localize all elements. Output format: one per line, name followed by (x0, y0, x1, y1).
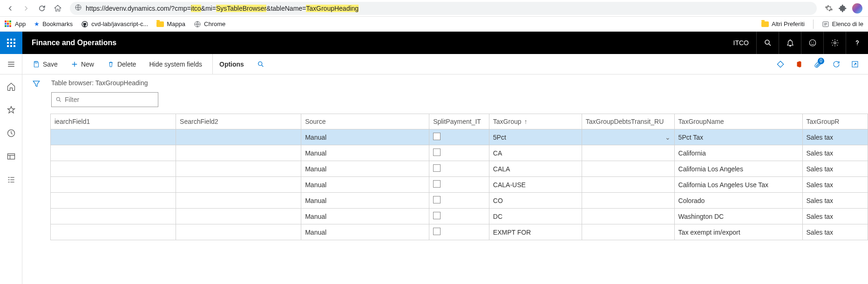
cell[interactable]: Manual (301, 177, 429, 193)
cell[interactable]: California (674, 145, 802, 161)
new-button[interactable]: New (66, 54, 99, 74)
filter-pane-toggle[interactable] (32, 79, 41, 284)
checkbox[interactable] (433, 164, 441, 172)
cell[interactable] (51, 209, 176, 224)
cell[interactable] (51, 161, 176, 177)
cell[interactable]: Sales tax (802, 145, 868, 161)
column-header[interactable]: TaxGroupDebtsTransit_RU (582, 114, 674, 129)
hide-system-fields[interactable]: Hide system fields (144, 54, 207, 74)
cell[interactable] (582, 145, 674, 161)
cell[interactable] (429, 209, 489, 224)
table-row[interactable]: ManualCALACalifornia Los AngelesSales ta… (51, 161, 868, 177)
cell[interactable]: Sales tax (802, 177, 868, 193)
company-picker[interactable]: ITCO (726, 32, 756, 54)
home-button[interactable] (51, 2, 64, 15)
reading-list[interactable]: Elenco di le (822, 20, 863, 28)
cell[interactable]: Manual (301, 161, 429, 177)
cell[interactable] (176, 193, 301, 209)
cell[interactable] (582, 224, 674, 240)
cell[interactable] (429, 193, 489, 209)
column-header[interactable]: iearchField1 (51, 114, 176, 129)
forward-button[interactable] (20, 2, 33, 15)
cell[interactable] (176, 145, 301, 161)
cell[interactable]: California Los Angeles Use Tax (674, 177, 802, 193)
profile-avatar[interactable] (852, 3, 862, 14)
column-header[interactable]: TaxGroupR (802, 114, 868, 129)
cell[interactable] (176, 129, 301, 145)
chevron-down-icon[interactable]: ⌄ (665, 134, 671, 141)
save-button[interactable]: Save (28, 54, 62, 74)
attachments-button[interactable]: 0 (809, 56, 826, 73)
column-header[interactable]: TaxGroup↑ (489, 114, 582, 129)
column-header[interactable]: TaxGroupName (674, 114, 802, 129)
cell[interactable]: Sales tax (802, 209, 868, 224)
chrome-apps[interactable]: App (5, 20, 26, 28)
cmd-search[interactable] (252, 54, 269, 74)
cell[interactable] (176, 161, 301, 177)
rail-home[interactable] (4, 79, 19, 94)
cell[interactable]: CO (489, 193, 582, 209)
cell[interactable]: Manual (301, 209, 429, 224)
table-row[interactable]: ManualEXMPT FORTax exempt im/exportSales… (51, 224, 868, 240)
cell[interactable] (429, 161, 489, 177)
checkbox[interactable] (433, 196, 441, 203)
popout-button[interactable] (847, 56, 863, 73)
cell[interactable]: DC (489, 209, 582, 224)
back-button[interactable] (4, 2, 17, 15)
bookmarks-link[interactable]: ★Bookmarks (34, 20, 73, 27)
cell[interactable] (429, 129, 489, 145)
cell[interactable] (51, 224, 176, 240)
cell[interactable]: Manual (301, 129, 429, 145)
search-button[interactable] (756, 32, 779, 54)
quick-filter[interactable] (51, 92, 158, 107)
table-row[interactable]: ManualCACaliforniaSales tax (51, 145, 868, 161)
column-header[interactable]: SplitPayment_IT (429, 114, 489, 129)
bookmark-mappa[interactable]: Mappa (156, 20, 185, 27)
checkbox[interactable] (433, 133, 441, 140)
table-row[interactable]: ManualDCWashington DCSales tax (51, 209, 868, 224)
cell[interactable] (429, 224, 489, 240)
cell[interactable]: Manual (301, 145, 429, 161)
rail-modules[interactable] (4, 172, 19, 187)
office-button[interactable] (791, 56, 807, 73)
rail-favorites[interactable] (4, 102, 19, 117)
nav-toggle[interactable] (0, 54, 22, 74)
cell[interactable] (51, 193, 176, 209)
cell[interactable]: Washington DC (674, 209, 802, 224)
column-header[interactable]: Source (301, 114, 429, 129)
checkbox[interactable] (433, 228, 441, 235)
cell[interactable] (429, 145, 489, 161)
cell[interactable]: CALA (489, 161, 582, 177)
bookmark-altri[interactable]: Altri Preferiti (761, 20, 805, 27)
options-button[interactable]: Options (212, 54, 249, 74)
cell[interactable] (582, 161, 674, 177)
cell[interactable] (176, 177, 301, 193)
app-launcher[interactable] (0, 32, 22, 54)
settings-button[interactable] (823, 32, 846, 54)
rail-workspaces[interactable] (4, 149, 19, 164)
cell[interactable]: Sales tax (802, 193, 868, 209)
checkbox[interactable] (433, 212, 441, 219)
table-row[interactable]: Manual5Pct⌄5Pct TaxSales tax (51, 129, 868, 145)
cell[interactable]: Tax exempt im/export (674, 224, 802, 240)
cell[interactable]: 5Pct (489, 129, 582, 145)
delete-button[interactable]: Delete (102, 54, 141, 74)
cell[interactable]: 5Pct Tax (674, 129, 802, 145)
cell[interactable]: Colorado (674, 193, 802, 209)
cell[interactable]: Sales tax (802, 161, 868, 177)
cell[interactable]: Sales tax (802, 224, 868, 240)
quick-filter-input[interactable] (65, 96, 154, 103)
bookmark-cvd[interactable]: cvd-lab/javascript-c... (81, 20, 148, 28)
extensions-icon[interactable] (838, 4, 848, 13)
cell[interactable] (582, 193, 674, 209)
cell[interactable]: Manual (301, 193, 429, 209)
cell[interactable] (429, 177, 489, 193)
power-automate-button[interactable] (772, 56, 789, 73)
settings-gear-icon[interactable] (824, 4, 834, 13)
cell[interactable]: California Los Angeles (674, 161, 802, 177)
checkbox[interactable] (433, 180, 441, 188)
address-bar[interactable]: https://devenv.dynamics.com/?cmp=itco&mi… (70, 2, 817, 15)
cell[interactable]: CALA-USE (489, 177, 582, 193)
checkbox[interactable] (433, 149, 441, 156)
cell[interactable] (51, 129, 176, 145)
